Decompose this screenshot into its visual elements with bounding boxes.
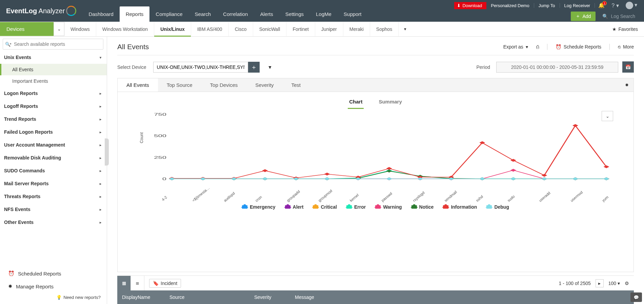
topnav-tab-alerts[interactable]: Alerts — [254, 6, 279, 22]
incident-button[interactable]: 🔖Incident — [149, 279, 181, 288]
more-menu[interactable]: ⎋More — [618, 44, 634, 50]
sidebar-search[interactable]: 🔍✦ — [3, 39, 103, 50]
topnav-tab-correlation[interactable]: Correlation — [217, 6, 254, 22]
legend-item-debug[interactable]: Debug — [486, 204, 509, 210]
add-button[interactable]: ＋Add — [571, 12, 596, 21]
chevron-right-icon: ▸ — [100, 182, 101, 186]
report-settings-icon[interactable]: ✸ — [620, 82, 633, 88]
svg-rect-119 — [479, 177, 485, 180]
legend-item-critical[interactable]: Critical — [313, 204, 337, 210]
legend-marker-icon — [443, 205, 448, 209]
device-input[interactable] — [153, 62, 248, 73]
page-size-dropdown[interactable]: 100 ▾ — [608, 281, 620, 286]
tree-group-trend-reports[interactable]: Trend Reports▸ — [0, 113, 107, 126]
subnav-item-sonicwall[interactable]: SonicWall — [253, 22, 287, 36]
report-tab-top-devices[interactable]: Top Devices — [201, 78, 247, 92]
page-next-button[interactable]: ▸ — [596, 279, 604, 287]
chart-tab-summary[interactable]: Summary — [377, 97, 403, 109]
sidebar-collapse-handle[interactable] — [105, 138, 109, 166]
tree-group-logon-reports[interactable]: Logon Reports▸ — [0, 87, 107, 100]
subnav-item-unix-linux[interactable]: Unix/Linux — [154, 22, 191, 36]
tree-group-other-events[interactable]: Other Events▸ — [0, 216, 107, 229]
legend-item-error[interactable]: Error — [346, 204, 366, 210]
legend-item-alert[interactable]: Alert — [285, 204, 304, 210]
log-receiver-link[interactable]: Log Receiver — [560, 3, 595, 8]
sidebar-search-input[interactable] — [13, 39, 103, 49]
chart-options-button[interactable]: ⌄ — [602, 111, 613, 121]
tree-group-failed-logon-reports[interactable]: Failed Logon Reports▸ — [0, 126, 107, 138]
devices-dropdown-toggle[interactable]: ⌄ — [54, 22, 64, 36]
column-message[interactable]: Message — [295, 294, 629, 300]
topnav-tab-reports[interactable]: Reports — [120, 6, 150, 22]
download-button[interactable]: ⬇ Download — [454, 2, 486, 9]
tree-group-threats-reports[interactable]: Threats Reports▸ — [0, 190, 107, 203]
chat-icon[interactable]: 💬 — [630, 292, 642, 302]
topnav-tab-support[interactable]: Support — [338, 6, 368, 22]
chart-x-label: 4-2 — [160, 195, 168, 203]
list-view-toggle[interactable]: ≣ — [131, 276, 144, 291]
export-as-dropdown[interactable]: Export as ▾ — [503, 44, 528, 50]
subnav-item-windows-workstation[interactable]: Windows Workstation — [96, 22, 154, 36]
tree-group-user-account-management[interactable]: User Account Management▸ — [0, 138, 107, 151]
chart-plot: 0250500750 — [138, 111, 613, 189]
report-tab-top-source[interactable]: Top Source — [158, 78, 201, 92]
topnav-tab-compliance[interactable]: Compliance — [149, 6, 188, 22]
subnav-item-cisco[interactable]: Cisco — [229, 22, 253, 36]
subnav-item-sophos[interactable]: Sophos — [370, 22, 398, 36]
legend-item-information[interactable]: Information — [443, 204, 477, 210]
subnav-item-ibm-as-400[interactable]: IBM AS/400 — [191, 22, 229, 36]
tree-group-unix-events[interactable]: Unix Events▾ — [0, 51, 107, 64]
subnav-item-juniper[interactable]: Juniper — [315, 22, 343, 36]
tree-group-sudo-commands[interactable]: SUDO Commands▸ — [0, 164, 107, 177]
topnav-tab-logme[interactable]: LogMe — [310, 6, 338, 22]
bulb-icon: 💡 — [56, 295, 62, 300]
user-menu[interactable]: ▾ — [622, 2, 641, 9]
tree-item-all-events[interactable]: All Events — [0, 64, 107, 75]
topnav-tab-dashboard[interactable]: Dashboard — [82, 6, 119, 22]
tree-group-logoff-reports[interactable]: Logoff Reports▸ — [0, 100, 107, 113]
jump-to-link[interactable]: Jump To — [534, 3, 560, 8]
devices-button[interactable]: Devices — [0, 22, 54, 36]
legend-item-notice[interactable]: Notice — [411, 204, 434, 210]
topnav-tab-search[interactable]: Search — [189, 6, 217, 22]
calendar-button[interactable]: 📅 — [622, 61, 634, 73]
svg-text:750: 750 — [154, 112, 166, 117]
device-add-button[interactable]: ＋ — [248, 62, 260, 73]
tree-group-removable-disk-auditing[interactable]: Removable Disk Auditing▸ — [0, 151, 107, 164]
report-tab-all-events[interactable]: All Events — [118, 78, 158, 92]
schedule-reports-link[interactable]: ⏰Schedule Reports — [556, 44, 601, 50]
grid-view-toggle[interactable]: ▦ — [117, 276, 131, 291]
legend-item-emergency[interactable]: Emergency — [242, 204, 275, 210]
manage-reports-link[interactable]: ✸Manage Reports — [0, 280, 107, 293]
report-tab-test[interactable]: Test — [282, 78, 309, 92]
need-new-reports[interactable]: 💡Need new reports? — [0, 293, 107, 300]
save-view-icon[interactable]: ⎙ — [536, 44, 539, 50]
favorites-link[interactable]: Favorites — [612, 22, 638, 37]
log-search-link[interactable]: 🔍Log Search — [599, 14, 641, 19]
chart-tab-chart[interactable]: Chart — [348, 97, 364, 109]
filter-icon[interactable]: ▼ — [264, 64, 276, 70]
personalized-demo-link[interactable]: Personalized Demo — [486, 3, 534, 8]
column-settings-icon[interactable]: ⚙ — [625, 281, 629, 286]
scheduled-reports-link[interactable]: ⏰Scheduled Reports — [0, 267, 107, 280]
tree-item-important-events[interactable]: Important Events — [0, 75, 107, 87]
tree-group-mail-server-reports[interactable]: Mail Server Reports▸ — [0, 177, 107, 190]
period-input[interactable] — [496, 62, 618, 73]
topnav-tab-settings[interactable]: Settings — [279, 6, 310, 22]
svg-rect-97 — [262, 169, 268, 172]
report-tab-severity[interactable]: Severity — [246, 78, 282, 92]
notifications-bell-icon[interactable]: 🔔1 — [595, 2, 608, 8]
subnav-item-fortinet[interactable]: Fortinet — [286, 22, 315, 36]
caret-down-icon: ▾ — [526, 44, 528, 50]
column-displayname[interactable]: DisplayName — [122, 294, 169, 300]
subnav-item-meraki[interactable]: Meraki — [343, 22, 370, 36]
svg-text:0: 0 — [162, 177, 166, 181]
subnav-item-windows[interactable]: Windows — [64, 22, 96, 36]
column-severity[interactable]: Severity — [254, 294, 295, 300]
tree-group-nfs-events[interactable]: NFS Events▸ — [0, 203, 107, 216]
column-source[interactable]: Source — [169, 294, 254, 300]
gear-icon: ✸ — [8, 283, 13, 289]
legend-item-warning[interactable]: Warning — [375, 204, 402, 210]
help-dropdown[interactable]: ? ▾ — [608, 2, 622, 9]
subnav-more[interactable]: ▾ — [398, 22, 412, 36]
